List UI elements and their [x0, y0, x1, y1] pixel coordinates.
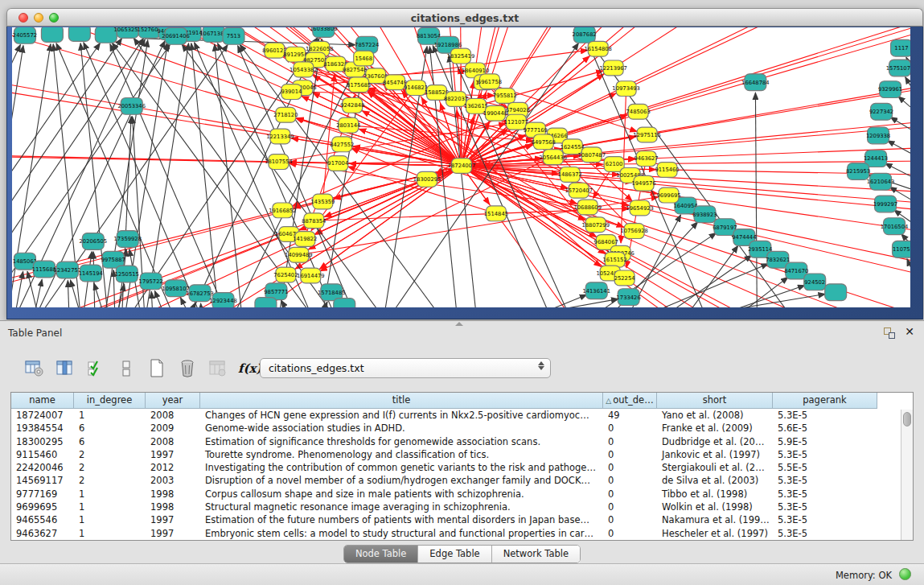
network-node[interactable]: 16154808 [584, 41, 612, 56]
new-column-icon[interactable] [146, 358, 167, 379]
network-node[interactable]: 110753 [893, 241, 910, 257]
network-node[interactable]: 1615152 [603, 252, 627, 267]
show-columns-icon[interactable] [55, 358, 76, 379]
network-node[interactable]: 10543382 [290, 62, 318, 77]
column-header-year[interactable]: year [146, 393, 200, 409]
network-node[interactable]: 6497568 [532, 134, 556, 150]
network-node[interactable]: 20564436 [540, 150, 568, 165]
column-header-short[interactable]: short [657, 393, 773, 409]
network-node[interactable]: 9329961 [878, 81, 902, 98]
network-node[interactable]: 19654923 [626, 200, 654, 216]
network-node[interactable]: 10807487 [577, 147, 606, 163]
network-node[interactable]: 18107554 [265, 154, 293, 170]
select-all-icon[interactable] [85, 358, 106, 379]
network-node[interactable]: 7513 [223, 27, 244, 44]
network-node[interactable]: 8427552 [330, 137, 354, 152]
network-node[interactable]: 2718120 [273, 107, 298, 122]
network-node[interactable]: 16033809 [310, 27, 338, 37]
column-header-out_de[interactable]: △out_de… [603, 393, 657, 409]
network-node[interactable]: 12213349 [266, 129, 294, 144]
network-node[interactable] [41, 27, 63, 42]
network-canvas[interactable]: 2405572106532571527602946616210719141067… [12, 27, 910, 307]
network-node[interactable]: 9699695 [656, 187, 680, 203]
network-node[interactable]: 8175685 [347, 77, 371, 93]
network-node[interactable]: 2405572 [13, 27, 37, 43]
network-node[interactable]: 18325419 [447, 48, 475, 64]
network-node[interactable]: 1115688 [32, 261, 56, 278]
table-row[interactable]: 2242004622012Investigating the contribut… [11, 461, 913, 474]
network-node[interactable]: 939014 [281, 84, 302, 100]
network-node[interactable]: 14099489 [285, 247, 313, 262]
column-header-name[interactable]: name [11, 393, 74, 409]
network-node[interactable]: 20053346 [117, 97, 146, 114]
network-node[interactable]: 1795722 [139, 273, 163, 290]
network-node[interactable]: 2803144 [336, 117, 360, 133]
table-row[interactable]: 1872400712008Changes of HCN gene express… [11, 409, 913, 422]
network-node[interactable]: 7955812 [493, 89, 517, 104]
network-node[interactable]: 12213967 [599, 60, 627, 76]
column-header-title[interactable]: title [200, 393, 603, 409]
network-window-titlebar[interactable]: citations_edges.txt [6, 8, 923, 27]
table-row[interactable]: 1456911722003Disruption of a novel membe… [11, 474, 913, 487]
network-node[interactable]: 1419822 [293, 232, 317, 247]
network-node[interactable]: 1435359 [310, 194, 335, 209]
network-node[interactable]: 8215953 [846, 163, 870, 180]
network-node[interactable] [255, 298, 277, 307]
float-panel-icon[interactable] [884, 328, 895, 339]
unselect-all-icon[interactable] [116, 358, 137, 379]
network-node[interactable]: 1733426 [617, 289, 641, 306]
network-hub-node[interactable]: 18724007 [448, 159, 476, 174]
network-node[interactable]: 1514845 [484, 206, 508, 221]
network-node[interactable]: 1999297 [873, 196, 897, 212]
network-node[interactable]: 17016504 [881, 218, 909, 235]
network-node[interactable]: 20206505 [80, 233, 108, 250]
network-node[interactable]: 15720407 [565, 183, 593, 198]
network-node[interactable]: 1949576 [631, 175, 655, 191]
network-node[interactable]: 10973493 [612, 81, 640, 97]
network-node[interactable]: 9115460 [655, 163, 679, 178]
network-node[interactable]: 252254 [614, 270, 635, 286]
tab-node-table[interactable]: Node Table [344, 546, 418, 562]
table-row[interactable]: 946554611997Estimation of the future num… [11, 513, 913, 526]
column-header-pagerank[interactable]: pagerank [773, 393, 877, 409]
network-node[interactable]: 7485063 [626, 104, 651, 119]
function-builder-icon[interactable]: f(x) [238, 358, 262, 379]
table-row[interactable]: 911546021997Tourette syndrome. Phenomeno… [11, 448, 913, 461]
network-node[interactable]: 8878354 [302, 213, 326, 229]
table-mode-icon[interactable] [24, 358, 45, 379]
tab-network-table[interactable]: Network Table [492, 546, 580, 562]
network-node[interactable]: 18807299 [581, 217, 610, 233]
network-node[interactable]: 10756928 [620, 224, 648, 239]
network-node[interactable]: 1250515 [115, 266, 139, 282]
table-row[interactable]: 969969511998Structural magnetic resonanc… [11, 501, 913, 513]
network-node[interactable]: 20691406 [162, 27, 190, 44]
table-row[interactable]: 1830029562008Estimation of significance … [11, 435, 913, 448]
network-node[interactable]: 15751074 [886, 60, 910, 76]
network-node[interactable]: 6961758 [478, 74, 502, 89]
network-node[interactable]: 1486372 [558, 167, 582, 183]
network-node[interactable]: 15468 [354, 51, 374, 66]
network-node[interactable]: 1209338 [866, 127, 890, 144]
network-node[interactable]: 19166852 [269, 203, 297, 218]
network-node[interactable]: 10688609 [573, 200, 602, 215]
tab-edge-table[interactable]: Edge Table [418, 546, 491, 562]
network-node[interactable] [825, 284, 847, 301]
table-row[interactable]: 977716911998Corpus callosum shape and si… [11, 488, 913, 501]
network-node[interactable]: 16914479 [297, 268, 325, 283]
scrollbar-thumb[interactable] [903, 412, 911, 426]
network-node[interactable]: 12975115 [633, 127, 661, 142]
network-node[interactable]: 7625402 [273, 267, 298, 282]
column-header-in_degree[interactable]: in_degree [74, 393, 146, 409]
table-select-dropdown[interactable]: citations_edges.txt [260, 358, 551, 378]
table-vertical-scrollbar[interactable] [901, 410, 913, 540]
table-row[interactable]: 1938455462009Genome-wide association stu… [11, 422, 913, 435]
network-node[interactable]: 12342757 [54, 262, 82, 278]
network-node[interactable] [334, 299, 355, 307]
memory-status-icon[interactable] [899, 568, 911, 580]
delete-column-icon[interactable] [177, 358, 198, 379]
network-node[interactable]: 12923448 [209, 293, 237, 307]
network-node[interactable]: 18300295 [413, 171, 441, 187]
network-node[interactable]: 16210643 [867, 173, 895, 190]
network-node[interactable]: 16648784 [741, 74, 770, 91]
network-node[interactable]: 8938923 [692, 206, 717, 223]
